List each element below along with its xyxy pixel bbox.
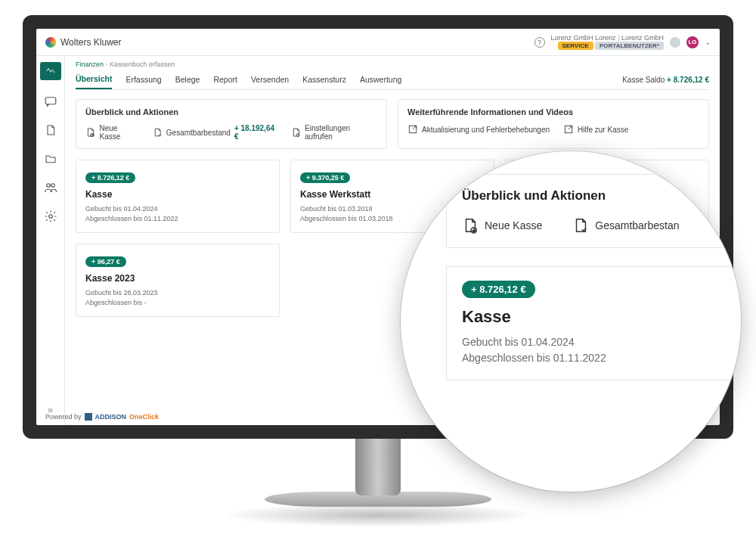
panel-actions-title: Überblick und Aktionen xyxy=(85,107,377,116)
tab-auswertung[interactable]: Auswertung xyxy=(360,70,401,89)
sidebar-item-folder[interactable] xyxy=(43,151,58,166)
mag-amount-pill: + 8.726,12 € xyxy=(462,281,535,298)
sidebar-item-chat[interactable] xyxy=(43,94,58,109)
tabs: Übersicht Erfassung Belege Report Versen… xyxy=(76,70,709,90)
action-gesamtbestand[interactable]: Gesamtbarbestand + 18.192,64 € xyxy=(153,124,277,141)
user-line2: Lorenz GmbH xyxy=(621,34,664,42)
mag-card-title: Kasse xyxy=(462,307,741,327)
sidebar-item-users[interactable] xyxy=(43,180,58,195)
tab-uebersicht[interactable]: Übersicht xyxy=(76,70,112,89)
topbar: Wolters Kluwer ? Lorenz GmbH Lorenz | Lo… xyxy=(36,29,720,56)
crumb-2: Kassenbuch erfassen xyxy=(110,61,175,68)
action-hilfe[interactable]: Hilfe zur Kasse xyxy=(563,124,628,135)
svg-rect-0 xyxy=(45,98,56,104)
action-einstellungen[interactable]: Einstellungen aufrufen xyxy=(291,124,377,141)
avatar-secondary xyxy=(670,37,680,48)
svg-point-1 xyxy=(46,184,50,188)
badge-service: SERVICE xyxy=(558,42,593,50)
panel-info-title: Weiterführende Informationen und Videos xyxy=(407,107,699,116)
svg-point-3 xyxy=(48,215,52,219)
brand: Wolters Kluwer xyxy=(45,37,121,48)
help-icon[interactable]: ? xyxy=(534,37,545,48)
tab-versenden[interactable]: Versenden xyxy=(251,70,289,89)
kasse-card[interactable]: + 96,27 € Kasse 2023 Gebucht bis 28.03.2… xyxy=(76,244,280,317)
tab-erfassung[interactable]: Erfassung xyxy=(125,70,161,89)
amount-pill: + 9.370,25 € xyxy=(300,172,350,183)
tab-belege[interactable]: Belege xyxy=(175,70,200,89)
sidebar: » xyxy=(36,56,65,425)
magnifier-overlay: Überblick und Aktionen Neue Kasse Gesamt… xyxy=(401,151,741,492)
card-title: Kasse xyxy=(85,189,270,200)
brand-logo-icon xyxy=(45,37,56,48)
sidebar-item-document[interactable] xyxy=(43,123,58,138)
mag-kasse-card[interactable]: + 8.726,12 € Kasse Gebucht bis 01.04.202… xyxy=(446,266,741,380)
crumb-1[interactable]: Finanzen xyxy=(76,61,104,68)
user-line1: Lorenz GmbH Lorenz xyxy=(551,34,616,42)
amount-pill: + 96,27 € xyxy=(85,256,126,267)
card-title: Kasse 2023 xyxy=(85,273,270,284)
sidebar-item-settings[interactable] xyxy=(43,209,58,224)
kasse-card[interactable]: + 8.726,12 € Kasse Gebucht bis 01.04.202… xyxy=(76,160,280,233)
brand-text: Wolters Kluwer xyxy=(60,37,121,48)
document-plus-icon xyxy=(462,217,479,234)
action-aktualisierung[interactable]: Aktualisierung und Fehlerbehebungen xyxy=(407,124,550,135)
panel-actions: Überblick und Aktionen Neue Kasse Gesamt… xyxy=(76,99,387,149)
saldo-display: Kasse Saldo + 8.726,12 € xyxy=(622,76,709,84)
sidebar-item-dashboard[interactable] xyxy=(40,62,61,80)
amount-pill: + 8.726,12 € xyxy=(85,172,135,183)
badge-portal: PORTALBENUTZER* xyxy=(595,42,664,50)
tab-report[interactable]: Report xyxy=(213,70,237,89)
avatar[interactable]: LG xyxy=(686,36,699,48)
mag-action-gesamtbestand[interactable]: Gesamtbarbestan xyxy=(572,217,679,234)
action-neue-kasse[interactable]: Neue Kasse xyxy=(85,124,139,141)
document-check-icon xyxy=(572,217,589,234)
svg-point-2 xyxy=(51,184,54,188)
footer: Powered by ADDISON OneClick xyxy=(45,413,159,421)
panel-info: Weiterführende Informationen und Videos … xyxy=(398,99,709,149)
tab-kassensturz[interactable]: Kassensturz xyxy=(302,70,346,89)
chevron-down-icon[interactable]: ⌄ xyxy=(705,38,711,46)
breadcrumb: Finanzen › Kassenbuch erfassen xyxy=(76,61,709,68)
mag-action-neue-kasse[interactable]: Neue Kasse xyxy=(462,217,542,234)
